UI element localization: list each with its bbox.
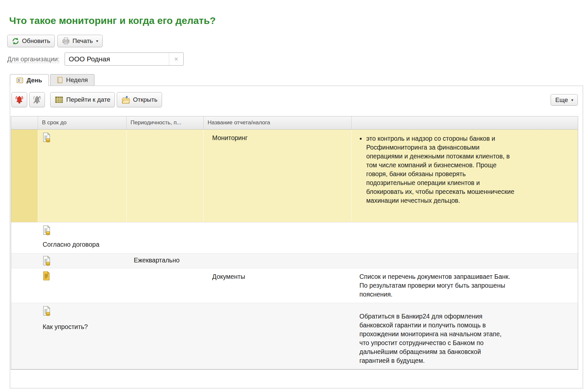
- document-icon: [43, 271, 50, 280]
- monitoring-report-page: Что такое мониторинг и когда его делать?…: [0, 0, 587, 392]
- periodicity-cell: [127, 222, 204, 253]
- table-row-how-to-simplify[interactable]: Как упростить? Обратиться в Банкир24 для…: [11, 303, 578, 369]
- page-title: Что такое мониторинг и когда его делать?: [9, 15, 587, 26]
- report-with-coins-icon: [43, 225, 51, 235]
- week-list-icon: [57, 77, 63, 83]
- row-selector-cell: [11, 268, 38, 303]
- report-name-cell: [204, 303, 352, 369]
- report-with-coins-icon: [43, 306, 51, 316]
- row-selector-cell: [11, 254, 38, 268]
- caret-down-icon: ▾: [96, 39, 98, 43]
- header-selector: [11, 116, 38, 129]
- table-row-monitoring[interactable]: Мониторинг • это контроль и надзор со ст…: [11, 130, 578, 222]
- bell-off-icon: [32, 95, 42, 104]
- note-text: это контроль и надзор со стороны банков …: [366, 134, 515, 205]
- header-report-name[interactable]: Название отчета/налога: [204, 116, 352, 129]
- due-cell: Согласно договора: [38, 222, 127, 253]
- tab-week[interactable]: Неделя: [50, 74, 94, 86]
- report-name-cell: Документы: [204, 268, 352, 303]
- tab-day[interactable]: 3 День: [10, 74, 49, 86]
- goto-date-icon: [55, 96, 64, 104]
- due-text: Как упростить?: [43, 323, 88, 331]
- row-selector-cell: [11, 130, 38, 222]
- notes-cell: Обратиться в Банкир24 для оформления бан…: [352, 303, 578, 369]
- note-text: Обратиться в Банкир24 для оформления бан…: [359, 312, 512, 365]
- tab-bar: 3 День: [10, 74, 587, 86]
- organization-input[interactable]: [65, 53, 169, 65]
- due-cell: [38, 130, 127, 222]
- report-with-coins-icon: [43, 256, 51, 266]
- report-name-cell: [204, 254, 352, 268]
- row-selector-cell: [11, 303, 38, 369]
- report-with-coins-icon: [43, 133, 51, 142]
- organization-filter-label[interactable]: Для организации:: [7, 55, 60, 63]
- periodicity-cell: [127, 268, 204, 303]
- notes-cell: • это контроль и надзор со стороны банко…: [352, 130, 578, 222]
- header-periodicity[interactable]: Периодичность, п...: [127, 116, 204, 129]
- tab-day-label: День: [27, 77, 42, 84]
- open-button[interactable]: Открыть: [117, 92, 162, 107]
- more-button-label: Еще: [555, 96, 568, 104]
- table-header-row: В срок до Периодичность, п... Название о…: [11, 116, 578, 130]
- print-button-label: Печать: [72, 37, 93, 45]
- notes-cell: [352, 222, 578, 253]
- printer-icon: [62, 37, 70, 45]
- note-text: Список и перечень документов запрашивает…: [359, 272, 512, 299]
- refresh-icon: [12, 37, 19, 45]
- calendar-day-icon: 3: [16, 77, 23, 84]
- table-row-contract[interactable]: Согласно договора: [11, 222, 578, 254]
- notes-cell: [352, 254, 578, 268]
- header-due-date[interactable]: В срок до: [38, 116, 127, 129]
- due-cell: [38, 254, 127, 268]
- schedule-table: В срок до Периодичность, п... Название о…: [11, 116, 578, 370]
- caret-down-icon: ▾: [571, 98, 573, 102]
- bullet-marker: •: [359, 134, 362, 205]
- report-name-cell: [204, 222, 352, 253]
- periodicity-cell: [127, 130, 204, 222]
- reminder-off-button[interactable]: [29, 92, 45, 107]
- report-name-cell: Мониторинг: [204, 130, 352, 222]
- bell-icon: [15, 95, 24, 104]
- refresh-button[interactable]: Обновить: [7, 35, 55, 47]
- organization-filter-row: Для организации: ✕: [7, 53, 587, 65]
- top-toolbar: Обновить Печать ▾: [7, 35, 587, 47]
- more-button[interactable]: Еще ▾: [551, 94, 578, 106]
- reminder-on-button[interactable]: [11, 92, 27, 107]
- day-tab-panel: Перейти к дате Открыть Еще ▾: [10, 86, 583, 388]
- table-row-documents[interactable]: Документы Список и перечень документов з…: [11, 268, 578, 303]
- notes-cell: Список и перечень документов запрашивает…: [352, 268, 578, 303]
- clear-icon[interactable]: ✕: [169, 53, 183, 65]
- tab-week-label: Неделя: [66, 76, 88, 84]
- due-cell: [38, 268, 127, 303]
- header-notes: [352, 116, 578, 129]
- row-selector-cell: [11, 222, 38, 253]
- open-button-label: Открыть: [133, 96, 157, 103]
- organization-field[interactable]: ✕: [65, 52, 184, 66]
- svg-text:3: 3: [18, 78, 20, 82]
- due-cell: Как упростить?: [38, 303, 127, 369]
- table-row-quarterly[interactable]: Ежеквартально: [11, 254, 578, 268]
- print-button[interactable]: Печать ▾: [57, 35, 103, 47]
- periodicity-cell: [127, 303, 204, 369]
- refresh-button-label: Обновить: [22, 37, 50, 45]
- periodicity-cell: Ежеквартально: [127, 254, 204, 268]
- goto-date-button[interactable]: Перейти к дате: [50, 92, 115, 107]
- goto-date-label: Перейти к дате: [66, 96, 110, 103]
- panel-toolbar: Перейти к дате Открыть Еще ▾: [10, 86, 583, 107]
- due-text: Согласно договора: [43, 241, 99, 248]
- open-folder-icon: [121, 95, 130, 104]
